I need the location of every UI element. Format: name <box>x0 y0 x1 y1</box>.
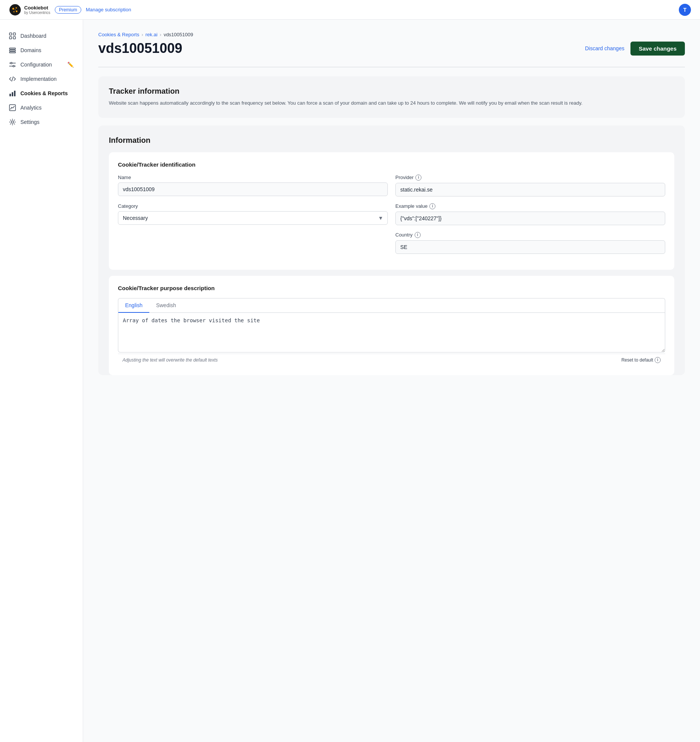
country-label: Country i <box>395 232 665 238</box>
tab-swedish[interactable]: Swedish <box>149 298 183 313</box>
svg-point-3 <box>16 10 17 12</box>
purpose-textarea[interactable]: Array of dates the browser visited the s… <box>118 313 665 352</box>
footer-note: Adjusting the text will overwrite the de… <box>122 357 218 363</box>
reset-info-icon[interactable]: i <box>655 357 661 363</box>
sidebar-settings-label: Settings <box>20 119 40 125</box>
svg-line-17 <box>12 77 13 81</box>
logo-sub-text: by Usercentrics <box>24 11 50 15</box>
svg-point-5 <box>15 9 15 10</box>
svg-rect-19 <box>12 92 13 96</box>
sidebar-configuration-label: Configuration <box>20 62 52 68</box>
example-info-icon[interactable]: i <box>429 203 435 209</box>
grid-icon <box>9 32 16 39</box>
svg-rect-20 <box>14 91 15 96</box>
sliders-icon <box>9 61 16 68</box>
save-changes-button[interactable]: Save changes <box>630 42 685 56</box>
sidebar-cookies-label: Cookies & Reports <box>20 90 68 96</box>
textarea-footer: Adjusting the text will overwrite the de… <box>118 354 665 366</box>
provider-label: Provider i <box>395 175 665 181</box>
country-row: Country i <box>118 232 665 254</box>
logo: Cookiebot by Usercentrics <box>9 4 50 16</box>
breadcrumb-sep-2: › <box>160 32 161 37</box>
name-label: Name <box>118 175 388 180</box>
sidebar-item-dashboard[interactable]: Dashboard <box>0 29 83 43</box>
example-label: Example value i <box>395 203 665 209</box>
country-group-spacer <box>118 232 388 254</box>
breadcrumb: Cookies & Reports › rek.ai › vds10051009 <box>98 32 685 37</box>
name-group: Name <box>118 175 388 196</box>
tracker-info-title: Tracker information <box>109 87 674 96</box>
tracker-info-desc: Website scan happens automatically accor… <box>109 99 674 107</box>
information-title: Information <box>109 136 674 145</box>
sidebar-item-configuration[interactable]: Configuration ✏️ <box>0 57 83 72</box>
breadcrumb-sep-1: › <box>141 32 143 37</box>
breadcrumb-domain[interactable]: rek.ai <box>146 32 158 37</box>
sidebar-item-analytics[interactable]: Analytics <box>0 100 83 115</box>
identification-title: Cookie/Tracker identification <box>118 161 665 168</box>
svg-rect-8 <box>9 37 12 39</box>
gear-icon <box>9 119 16 125</box>
svg-rect-7 <box>13 33 15 35</box>
list-icon <box>9 47 16 54</box>
nav-left: Cookiebot by Usercentrics Premium Manage… <box>9 4 131 16</box>
sidebar-item-cookies-reports[interactable]: Cookies & Reports <box>0 86 83 100</box>
page-title: vds10051009 <box>98 40 182 56</box>
category-label: Category <box>118 203 388 209</box>
svg-rect-9 <box>13 37 15 39</box>
svg-point-14 <box>11 62 12 64</box>
provider-input[interactable] <box>395 183 665 196</box>
information-section: Information Cookie/Tracker identificatio… <box>98 125 685 375</box>
identification-card: Cookie/Tracker identification Name Provi… <box>109 152 674 270</box>
sidebar-implementation-label: Implementation <box>20 76 57 82</box>
country-group: Country i <box>395 232 665 254</box>
svg-point-16 <box>13 65 14 67</box>
svg-rect-11 <box>9 50 15 51</box>
sidebar-item-domains[interactable]: Domains <box>0 43 83 57</box>
edit-icon: ✏️ <box>67 62 74 68</box>
app-layout: Dashboard Domains <box>0 20 700 742</box>
language-tabs-wrap: English Swedish <box>118 298 665 313</box>
main-content: Cookies & Reports › rek.ai › vds10051009… <box>83 20 700 742</box>
country-info-icon[interactable]: i <box>415 232 421 238</box>
category-select[interactable]: Necessary Preferences Statistics Marketi… <box>118 211 388 225</box>
example-input[interactable] <box>395 212 665 225</box>
discard-changes-button[interactable]: Discard changes <box>585 45 624 51</box>
language-tabs: English Swedish <box>118 298 665 313</box>
svg-point-1 <box>12 8 14 9</box>
tab-english[interactable]: English <box>118 298 149 313</box>
category-select-wrap: Necessary Preferences Statistics Marketi… <box>118 211 388 225</box>
code-icon <box>9 76 16 82</box>
header-actions: Discard changes Save changes <box>585 42 685 56</box>
purpose-title: Cookie/Tracker purpose description <box>118 285 665 291</box>
country-input[interactable] <box>395 240 665 254</box>
category-group: Category Necessary Preferences Statistic… <box>118 203 388 225</box>
sidebar-item-settings[interactable]: Settings <box>0 115 83 129</box>
breadcrumb-current: vds10051009 <box>164 32 193 37</box>
svg-rect-12 <box>9 52 15 53</box>
purpose-card: Cookie/Tracker purpose description Engli… <box>109 276 674 375</box>
svg-rect-6 <box>9 33 12 35</box>
tracker-info-card: Tracker information Website scan happens… <box>98 76 685 118</box>
logo-main-text: Cookiebot <box>24 5 48 11</box>
cookiebot-logo-icon <box>9 4 21 16</box>
avatar[interactable]: T <box>679 4 691 16</box>
sidebar-item-implementation[interactable]: Implementation <box>0 72 83 86</box>
manage-subscription-link[interactable]: Manage subscription <box>86 7 131 12</box>
sidebar-dashboard-label: Dashboard <box>20 33 46 39</box>
breadcrumb-cookies-reports[interactable]: Cookies & Reports <box>98 32 139 37</box>
premium-badge: Premium <box>55 6 81 14</box>
name-provider-row: Name Provider i <box>118 175 665 196</box>
provider-group: Provider i <box>395 175 665 196</box>
sidebar: Dashboard Domains <box>0 20 83 742</box>
page-header: vds10051009 Discard changes Save changes <box>98 40 685 56</box>
header-divider <box>98 67 685 67</box>
sidebar-analytics-label: Analytics <box>20 105 42 111</box>
example-group: Example value i <box>395 203 665 225</box>
sidebar-domains-label: Domains <box>20 47 41 53</box>
svg-point-4 <box>14 11 15 12</box>
reset-to-default-button[interactable]: Reset to default i <box>621 357 661 363</box>
provider-info-icon[interactable]: i <box>415 175 421 181</box>
svg-rect-18 <box>9 94 11 96</box>
name-input[interactable] <box>118 182 388 196</box>
category-example-row: Category Necessary Preferences Statistic… <box>118 203 665 225</box>
